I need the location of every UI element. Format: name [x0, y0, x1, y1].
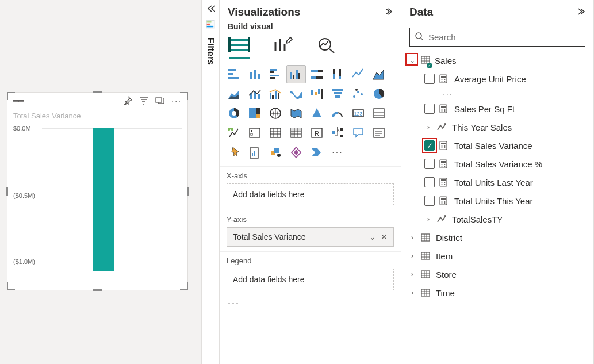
slicer-icon[interactable]: [245, 124, 265, 142]
hundred-stacked-column-icon[interactable]: [328, 65, 347, 83]
y-tick-0: $0.0M: [13, 125, 31, 132]
ribbon-chart-icon[interactable]: [286, 85, 306, 103]
azure-map-icon[interactable]: [307, 104, 327, 122]
line-stacked-column-icon[interactable]: [245, 85, 265, 103]
field-checkbox[interactable]: ✓: [424, 140, 435, 151]
collapse-data-icon[interactable]: [577, 7, 585, 17]
stacked-column-icon[interactable]: [245, 65, 265, 83]
chevron-right-icon[interactable]: ›: [408, 233, 416, 242]
yaxis-chip[interactable]: Total Sales Variance ⌄ ✕: [227, 227, 394, 247]
svg-rect-13: [270, 69, 277, 71]
chevron-right-icon[interactable]: ›: [408, 252, 416, 260]
card-icon[interactable]: 123: [348, 104, 368, 122]
kpi-icon[interactable]: ▲: [224, 124, 244, 142]
bar-total-sales-variance[interactable]: [93, 128, 114, 271]
field-average-unit-price[interactable]: Average Unit Price: [408, 70, 587, 88]
field-total-sales-variance[interactable]: ✓Total Sales Variance: [408, 136, 587, 155]
field-total-sales-variance-[interactable]: Total Sales Variance %: [408, 155, 587, 173]
svg-rect-3: [229, 49, 249, 51]
chevron-right-icon[interactable]: ›: [408, 289, 416, 297]
resize-handle-tr[interactable]: [180, 92, 188, 100]
multi-row-card-icon[interactable]: [369, 104, 389, 122]
power-automate-icon[interactable]: [307, 143, 327, 162]
area-chart-icon[interactable]: [369, 65, 389, 83]
field-checkbox[interactable]: [424, 159, 435, 169]
chevron-right-icon[interactable]: ›: [424, 215, 432, 223]
pin-icon[interactable]: [123, 96, 132, 107]
r-visual-icon[interactable]: R: [307, 124, 327, 142]
chevron-right-icon[interactable]: ›: [424, 123, 432, 131]
resize-handle-b[interactable]: [93, 289, 102, 291]
pie-chart-icon[interactable]: [369, 85, 389, 103]
field-checkbox[interactable]: [424, 104, 435, 114]
stacked-bar-icon[interactable]: [224, 65, 244, 83]
field-checkbox[interactable]: [424, 196, 435, 206]
clustered-column-icon[interactable]: [286, 65, 306, 83]
field-sales-per-sq-ft[interactable]: Sales Per Sq Ft: [408, 99, 587, 118]
table-district[interactable]: ›District: [408, 228, 587, 247]
chevron-down-icon[interactable]: ⌄: [408, 56, 416, 64]
search-input[interactable]: [428, 32, 580, 42]
xaxis-dropzone[interactable]: Add data fields here: [227, 183, 394, 205]
filters-pane-label[interactable]: Filters: [205, 34, 216, 65]
table-sales[interactable]: ⌄✓Sales: [408, 51, 587, 70]
stacked-area-icon[interactable]: [224, 85, 244, 103]
donut-chart-icon[interactable]: [224, 104, 244, 122]
decomposition-tree-icon[interactable]: [328, 124, 347, 142]
qna-icon[interactable]: [348, 124, 368, 142]
legend-dropzone[interactable]: Add data fields here: [227, 269, 394, 290]
report-canvas[interactable]: ══ ··· Total Sales Variance $0.0M ($0.5M…: [0, 0, 201, 364]
py-visual-icon[interactable]: [245, 143, 265, 162]
focus-mode-icon[interactable]: [155, 96, 164, 107]
resize-handle-br[interactable]: [180, 282, 188, 290]
bar-chart[interactable]: $0.0M ($0.5M) ($1.0M): [7, 124, 187, 279]
table-store[interactable]: ›Store: [408, 265, 587, 283]
hundred-stacked-bar-icon[interactable]: [307, 65, 327, 83]
filters-icon[interactable]: 📊: [206, 20, 215, 29]
treemap-icon[interactable]: [245, 104, 265, 122]
chevron-down-icon[interactable]: ⌄: [369, 232, 376, 242]
svg-rect-79: [340, 128, 343, 131]
svg-rect-52: [256, 114, 260, 118]
table-icon[interactable]: [266, 124, 285, 142]
smart-narrative-icon[interactable]: [369, 124, 389, 142]
power-apps-icon[interactable]: [286, 143, 306, 162]
search-fields[interactable]: [409, 28, 585, 47]
waterfall-icon[interactable]: [307, 85, 327, 103]
resize-handle-tl[interactable]: [7, 92, 15, 100]
svg-point-114: [444, 147, 446, 148]
more-field-wells-icon[interactable]: ···: [220, 295, 401, 312]
funnel-icon[interactable]: [328, 85, 347, 103]
table-item[interactable]: ›Item: [408, 247, 587, 265]
field-total-units-this-year[interactable]: Total Units This Year: [408, 191, 587, 210]
map-icon[interactable]: [266, 104, 285, 122]
resize-handle-t[interactable]: [93, 91, 102, 93]
chevron-right-icon[interactable]: ›: [408, 270, 416, 278]
selected-visual[interactable]: ══ ··· Total Sales Variance $0.0M ($0.5M…: [7, 92, 188, 290]
resize-handle-bl[interactable]: [7, 282, 15, 290]
filter-icon[interactable]: [139, 96, 148, 107]
build-visual-tab[interactable]: [228, 35, 251, 55]
clustered-bar-icon[interactable]: [266, 65, 285, 83]
format-visual-tab[interactable]: [271, 35, 294, 55]
key-influencers-icon[interactable]: [266, 143, 285, 162]
collapse-viz-icon[interactable]: [385, 7, 393, 17]
matrix-icon[interactable]: [286, 124, 306, 142]
line-clustered-column-icon[interactable]: [266, 85, 285, 103]
field-this-year-sales[interactable]: ›This Year Sales: [408, 118, 587, 136]
scatter-icon[interactable]: [348, 85, 368, 103]
remove-field-icon[interactable]: ✕: [381, 232, 388, 242]
field-totalsalesty[interactable]: ›TotalSalesTY: [408, 210, 587, 228]
gauge-icon[interactable]: [328, 104, 347, 122]
get-more-visuals-icon[interactable]: ···: [328, 143, 347, 162]
analytics-tab[interactable]: [315, 35, 338, 55]
table-time[interactable]: ›Time: [408, 283, 587, 302]
field-checkbox[interactable]: [424, 74, 435, 84]
paginated-report-icon[interactable]: [224, 143, 244, 162]
line-chart-icon[interactable]: [348, 65, 368, 83]
filled-map-icon[interactable]: [286, 104, 306, 122]
expand-filters-icon[interactable]: [206, 5, 215, 14]
yaxis-chip-label: Total Sales Variance: [233, 232, 306, 242]
field-total-units-last-year[interactable]: Total Units Last Year: [408, 173, 587, 191]
field-checkbox[interactable]: [424, 177, 435, 187]
